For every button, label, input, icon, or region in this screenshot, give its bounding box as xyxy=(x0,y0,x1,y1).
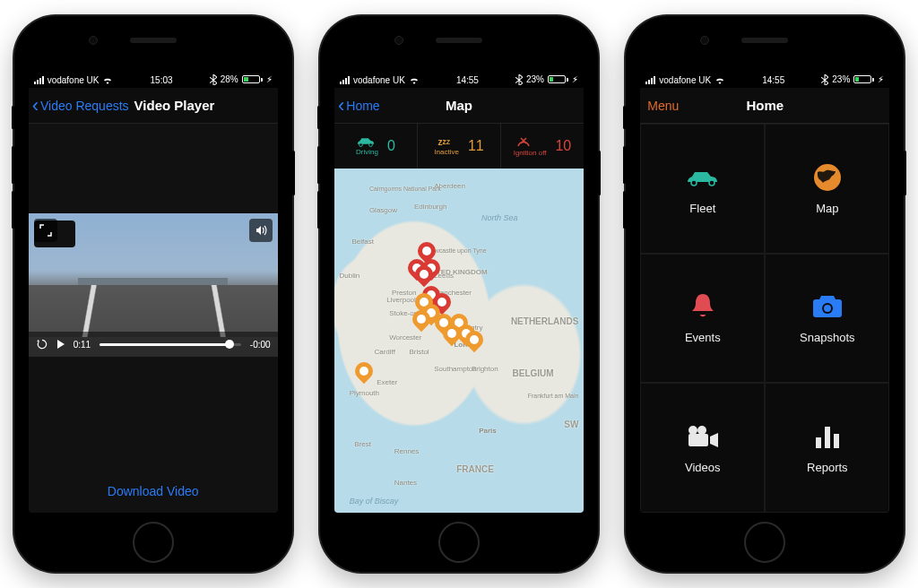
map-city-label: Cairngorms National Park xyxy=(369,186,441,192)
play-button[interactable] xyxy=(57,340,65,349)
video-camera-icon xyxy=(687,421,719,452)
phone-home: vodafone UK 14:55 23% ⚡︎ Menu Home F xyxy=(626,16,904,572)
status-bar: vodafone UK 14:55 23% ⚡︎ xyxy=(334,72,584,88)
signal-icon xyxy=(645,76,655,84)
map-city-label: Bristol xyxy=(409,348,429,356)
stat-label: Driving xyxy=(356,148,378,156)
download-video-button[interactable]: Download Video xyxy=(29,470,278,513)
clock-label: 14:55 xyxy=(762,75,784,85)
clock-label: 15:03 xyxy=(151,75,173,85)
wifi-icon xyxy=(409,76,420,84)
car-icon xyxy=(685,162,721,193)
map-pin[interactable] xyxy=(355,362,373,385)
tile-label: Snapshots xyxy=(800,331,854,344)
chevron-left-icon: ‹ xyxy=(338,96,344,116)
map-city-label: Dublin xyxy=(340,272,360,280)
battery-percent: 23% xyxy=(526,74,544,84)
carrier-label: vodafone UK xyxy=(659,75,711,85)
bell-icon xyxy=(690,291,715,322)
charging-icon: ⚡︎ xyxy=(266,74,273,84)
svg-point-0 xyxy=(359,143,363,147)
map-pin[interactable] xyxy=(465,331,483,354)
tile-snapshots[interactable]: Snapshots xyxy=(765,254,889,384)
svg-point-2 xyxy=(691,180,697,186)
nav-bar: Menu Home xyxy=(640,88,889,124)
signal-icon xyxy=(340,76,350,84)
video-player[interactable]: 0:11 -0:00 xyxy=(29,213,278,357)
map-city-label: Liverpool xyxy=(386,296,415,304)
expand-icon xyxy=(39,224,52,237)
map-city-label: Frankfurt am Main xyxy=(528,393,579,399)
ignition-off-icon xyxy=(514,135,533,148)
back-label: Home xyxy=(346,99,379,113)
tile-label: Videos xyxy=(685,461,721,474)
stat-value: 10 xyxy=(555,138,571,154)
map-country-label: SW xyxy=(564,419,578,429)
battery-icon xyxy=(242,75,263,83)
bluetooth-icon xyxy=(210,74,217,86)
map-city-label: Brest xyxy=(354,440,371,448)
map-city-label: Paris xyxy=(479,427,497,435)
mute-button[interactable] xyxy=(249,219,273,242)
phone-map: vodafone UK 14:55 23% ⚡︎ ‹ Home Map xyxy=(320,16,598,572)
sea-label: Bay of Biscay xyxy=(350,497,399,506)
stat-driving[interactable]: Driving 0 xyxy=(334,124,417,169)
map-city-label: Brighton xyxy=(472,365,498,373)
svg-point-3 xyxy=(709,180,714,186)
page-title: Video Player xyxy=(134,98,215,113)
menu-button[interactable]: Menu xyxy=(640,99,679,113)
svg-point-1 xyxy=(369,143,373,147)
carrier-label: vodafone UK xyxy=(353,75,405,85)
svg-rect-10 xyxy=(688,434,708,446)
home-button-hardware[interactable] xyxy=(744,522,785,563)
stat-label: Ignition off xyxy=(514,149,547,157)
back-button[interactable]: ‹ Home xyxy=(334,96,380,116)
stat-label: Inactive xyxy=(434,148,459,156)
map-city-label: Exeter xyxy=(377,378,397,386)
clock-label: 14:55 xyxy=(456,75,479,85)
signal-icon xyxy=(34,76,44,84)
fullscreen-button[interactable] xyxy=(34,219,57,242)
back-button[interactable]: ‹ Video Requests xyxy=(29,96,129,116)
nav-bar: ‹ Video Requests Video Player xyxy=(29,88,278,124)
bluetooth-icon xyxy=(821,74,828,86)
bar-chart-icon xyxy=(814,421,841,452)
battery-percent: 23% xyxy=(832,74,850,84)
tile-label: Fleet xyxy=(689,202,715,215)
tile-label: Reports xyxy=(807,461,848,474)
battery-icon xyxy=(548,75,568,83)
status-bar: vodafone UK 14:55 23% ⚡︎ xyxy=(640,72,889,88)
wifi-icon xyxy=(102,76,113,84)
elapsed-time: 0:11 xyxy=(74,340,91,350)
svg-rect-11 xyxy=(816,437,821,448)
svg-point-7 xyxy=(824,305,831,312)
map-city-label: Rennes xyxy=(394,447,420,455)
tile-fleet[interactable]: Fleet xyxy=(640,124,765,254)
home-button-hardware[interactable] xyxy=(133,522,174,563)
svg-rect-13 xyxy=(834,434,839,448)
tile-events[interactable]: Events xyxy=(640,254,765,384)
map-city-label: Worcester xyxy=(389,333,421,342)
rewind-15-icon[interactable] xyxy=(36,338,48,350)
map-city-label: Edinburgh xyxy=(414,203,446,211)
car-icon xyxy=(356,136,376,147)
bluetooth-icon xyxy=(515,74,523,86)
map-country-label: FRANCE xyxy=(456,464,494,474)
back-label: Video Requests xyxy=(40,99,129,113)
map-canvas[interactable]: North Sea Bay of Biscay Aberdeen Cairngo… xyxy=(334,169,584,513)
map-city-label: Glasgow xyxy=(369,206,397,214)
stat-inactive[interactable]: zzZ Inactive 11 xyxy=(417,124,500,169)
map-city-label: Belfast xyxy=(351,238,373,246)
stat-value: 0 xyxy=(387,138,395,154)
home-button-hardware[interactable] xyxy=(438,522,480,563)
seek-bar[interactable] xyxy=(100,343,241,346)
tile-reports[interactable]: Reports xyxy=(765,383,889,513)
remaining-time: -0:00 xyxy=(250,340,271,350)
tile-map[interactable]: Map xyxy=(765,124,889,254)
status-bar: vodafone UK 15:03 28% ⚡︎ xyxy=(29,72,278,88)
stat-ignition-off[interactable]: Ignition off 10 xyxy=(500,124,584,169)
svg-rect-12 xyxy=(825,427,830,448)
tile-videos[interactable]: Videos xyxy=(640,383,765,513)
map-pin[interactable] xyxy=(412,310,430,333)
battery-icon xyxy=(853,75,874,83)
